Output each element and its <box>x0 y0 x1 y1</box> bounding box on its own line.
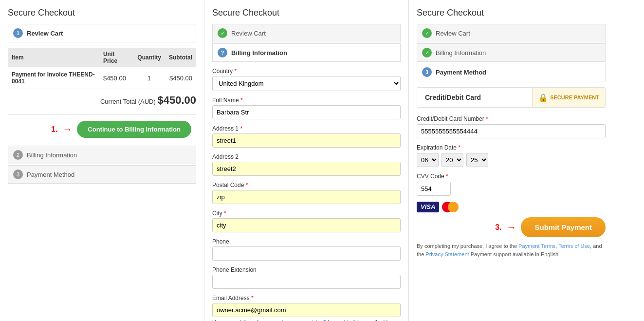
step-1-label: Review Cart <box>27 30 63 37</box>
expiry-label: Expiration Date * <box>417 144 606 151</box>
payment-tabs: Credit/Debit Card 🔒 SECURE PAYMENT <box>417 87 606 108</box>
divider1 <box>8 114 196 115</box>
visa-icon: VISA <box>417 202 439 212</box>
phone-input[interactable] <box>212 246 401 261</box>
step-list-panel2: ✓ Review Cart ? Billing Information <box>212 24 401 62</box>
lower-step-list: 2 Billing Information 3 Payment Method <box>8 146 196 184</box>
email-input[interactable] <box>212 303 401 317</box>
address2-label: Address 2 <box>212 153 401 160</box>
email-group: Email Address * Upon completion of your … <box>212 295 401 321</box>
step3-billing-label: Billing Information <box>436 49 486 57</box>
annotation-3: 3. <box>495 223 501 232</box>
cart-subtotal: $450.00 <box>165 67 196 89</box>
panel-billing: Secure Checkout ✓ Review Cart ? Billing … <box>204 0 409 321</box>
address1-label: Address 1 * <box>212 125 401 132</box>
city-group: City * <box>212 210 401 232</box>
phone-label: Phone <box>212 238 401 245</box>
step-3-icon: 3 <box>13 170 23 179</box>
fullname-input[interactable] <box>212 105 401 119</box>
expiry-row: 060102030405070809101112 202122232425 25… <box>417 153 606 167</box>
secure-payment-text: SECURE PAYMENT <box>550 94 599 100</box>
mc-orange-circle <box>448 202 459 212</box>
agree-text: By completing my purchase, I agree to th… <box>417 242 606 258</box>
cvv-label: CVV Code * <box>417 173 606 180</box>
receipt-link[interactable]: will <box>319 319 326 321</box>
postal-input[interactable] <box>212 190 401 204</box>
step3-review-done: ✓ Review Cart <box>417 24 606 42</box>
step2-billing-label: Billing Information <box>231 49 287 57</box>
mastercard-icon <box>442 202 459 212</box>
card-number-label: Credit/Debit Card Number * <box>417 115 606 122</box>
address2-input[interactable] <box>212 162 401 176</box>
step3-payment-active: 3 Payment Method <box>417 63 606 81</box>
col-unit-price: Unit Price <box>99 48 133 67</box>
country-group: Country * United Kingdom Australia Unite… <box>212 68 401 91</box>
lock-icon: 🔒 <box>538 93 548 102</box>
arrow-3: → <box>506 222 516 233</box>
annotation-1: 1. <box>51 125 57 134</box>
fullname-label: Full Name * <box>212 97 401 104</box>
step2-review-done: ✓ Review Cart <box>212 24 401 42</box>
email-label: Email Address * <box>212 295 401 302</box>
panel2-title: Secure Checkout <box>212 8 401 18</box>
cart-total: Current Total (AUD) $450.00 <box>8 94 196 107</box>
terms-link[interactable]: Terms of Use <box>558 243 590 249</box>
step-3-label: Payment Method <box>27 171 74 178</box>
postal-group: Postal Code * <box>212 182 401 204</box>
submit-payment-button[interactable]: Submit Payment <box>521 217 606 237</box>
phone-ext-input[interactable] <box>212 275 401 289</box>
city-label: City * <box>212 210 401 217</box>
panel3-title: Secure Checkout <box>417 8 606 18</box>
expiry-year-select2[interactable]: 25202122232426 <box>466 153 488 167</box>
step2-billing-active: ? Billing Information <box>212 43 401 62</box>
phone-group: Phone <box>212 238 401 261</box>
arrow-1: → <box>62 124 72 135</box>
step-2-icon: 2 <box>13 150 23 160</box>
cvv-group: CVV Code * <box>417 173 606 196</box>
payment-terms-link[interactable]: Payment Terms <box>518 243 555 249</box>
credit-debit-tab[interactable]: Credit/Debit Card <box>417 88 533 107</box>
fullname-group: Full Name * <box>212 97 401 119</box>
cvv-input[interactable] <box>417 182 451 196</box>
cart-item-name: Payment for Invoice THEEND-0041 <box>8 67 99 89</box>
expiry-group: Expiration Date * 0601020304050708091011… <box>417 144 606 167</box>
cart-table: Item Unit Price Quantity Subtotal Paymen… <box>8 48 196 89</box>
address1-input[interactable] <box>212 133 401 148</box>
secure-payment-badge: 🔒 SECURE PAYMENT <box>533 88 605 107</box>
country-select[interactable]: United Kingdom Australia United States C… <box>212 76 401 91</box>
expiry-month-select[interactable]: 060102030405070809101112 <box>417 153 439 167</box>
cart-unit-price: $450.00 <box>99 67 133 89</box>
col-subtotal: Subtotal <box>165 48 196 67</box>
step-list-panel1: 1 Review Cart <box>8 24 196 42</box>
address2-group: Address 2 <box>212 153 401 176</box>
address1-group: Address 1 * <box>212 125 401 148</box>
cart-quantity: 1 <box>133 67 165 89</box>
postal-label: Postal Code * <box>212 182 401 189</box>
card-number-group: Credit/Debit Card Number * <box>417 115 606 138</box>
step2-check1: ✓ <box>218 28 227 38</box>
step3-review-label: Review Cart <box>436 30 470 37</box>
total-amount: $450.00 <box>157 94 196 106</box>
step2-check2: ? <box>218 48 227 57</box>
step2-review-label: Review Cart <box>231 30 266 37</box>
step3-check2: ✓ <box>422 48 432 57</box>
step-billing-inactive: 2 Billing Information <box>8 146 196 164</box>
card-number-input[interactable] <box>417 124 606 138</box>
phone-ext-group: Phone Extension <box>212 266 401 289</box>
continue-billing-button[interactable]: Continue to Billing Information <box>77 121 191 138</box>
step3-payment-label: Payment Method <box>436 69 486 76</box>
col-quantity: Quantity <box>133 48 165 67</box>
city-input[interactable] <box>212 218 401 232</box>
step3-3-icon: 3 <box>422 67 432 77</box>
step3-billing-done: ✓ Billing Information <box>417 43 606 62</box>
step3-check1: ✓ <box>422 28 432 38</box>
panel-review-cart: Secure Checkout 1 Review Cart Item Unit … <box>0 0 204 321</box>
table-row: Payment for Invoice THEEND-0041 $450.00 … <box>8 67 196 89</box>
lower-steps: 2 Billing Information 3 Payment Method <box>8 146 196 184</box>
step-2-label: Billing Information <box>27 151 77 159</box>
expiry-year-select1[interactable]: 202122232425 <box>442 153 463 167</box>
step-list-panel3: ✓ Review Cart ✓ Billing Information 3 Pa… <box>417 24 606 81</box>
panel-payment: Secure Checkout ✓ Review Cart ✓ Billing … <box>409 0 613 321</box>
total-label: Current Total (AUD) <box>100 98 156 105</box>
privacy-link[interactable]: Privacy Statement <box>425 251 469 257</box>
